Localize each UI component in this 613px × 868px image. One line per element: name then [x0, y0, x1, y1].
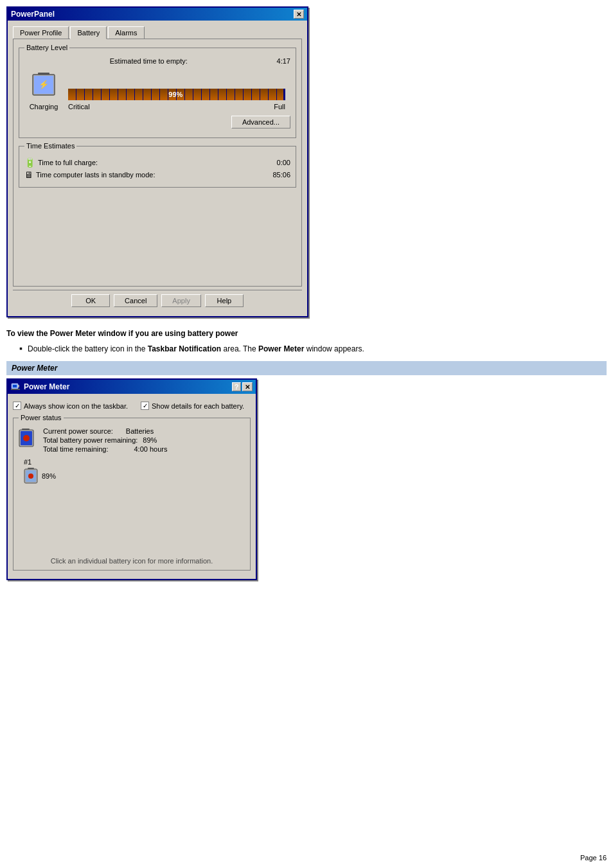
tab-bar: Power Profile Battery Alarms [13, 26, 302, 39]
help-icon[interactable]: ? [232, 382, 241, 391]
battery-1-row: #1 89% [24, 458, 245, 485]
instruction-section: To view the Power Meter window if you ar… [6, 329, 607, 355]
advanced-button[interactable]: Advanced... [231, 116, 290, 128]
bullet-text: Double-click the battery icon in the Tas… [28, 343, 364, 355]
bullet-item: ▪ Double-click the battery icon in the T… [19, 343, 607, 355]
total-time-label: Total time remaining: [43, 445, 109, 453]
powerpanel-content: Power Profile Battery Alarms Battery Lev… [8, 21, 307, 316]
tab-content: Battery Level Estimated time to empty: 4… [13, 39, 302, 287]
battery-1-pct: 89% [42, 472, 56, 480]
estimated-value: 4:17 [277, 57, 290, 65]
critical-label: Critical [68, 103, 90, 111]
time-standby-value: 85:06 [272, 171, 290, 179]
battery-1-info: 89% [24, 467, 245, 485]
current-source-label: Current power source: [43, 427, 113, 435]
time-standby-left: 🖥 Time computer lasts in standby mode: [24, 170, 155, 180]
checkboxes-row: ✓ Always show icon on the taskbar. ✓ Sho… [13, 399, 251, 412]
battery-bar-wrapper: 99% Critical Full [68, 86, 285, 111]
power-meter-titlebar: Power Meter ? ✕ [8, 380, 256, 394]
tab-alarms[interactable]: Alarms [108, 26, 144, 39]
power-status-label: Power status [19, 414, 64, 421]
spacer [19, 191, 296, 281]
bullet-dot: ▪ [19, 343, 22, 355]
svg-rect-5 [13, 385, 17, 387]
current-source-row: Current power source: Batteries [43, 427, 167, 435]
page-number: Page 16 [580, 854, 607, 862]
checkbox1-label: Always show icon on the taskbar. [24, 402, 128, 410]
time-full-value: 0:00 [277, 159, 290, 166]
total-time-row: Total time remaining: 4:00 hours [43, 445, 167, 453]
battery-bar: 99% [68, 89, 285, 100]
charging-icon: ⚡ [31, 70, 56, 103]
powerpanel-dialog: PowerPanel ✕ Power Profile Battery Alarm… [6, 6, 308, 317]
tab-power-profile[interactable]: Power Profile [13, 26, 69, 39]
advanced-btn-container: Advanced... [24, 116, 290, 128]
battery-level-group: Battery Level Estimated time to empty: 4… [19, 48, 296, 138]
checkbox1-row: ✓ Always show icon on the taskbar. [13, 402, 128, 410]
time-full-label: Time to full charge: [38, 159, 98, 166]
close-button[interactable]: ✕ [294, 10, 304, 19]
help-button[interactable]: Help [205, 294, 244, 307]
powerpanel-titlebar: PowerPanel ✕ [8, 8, 307, 21]
current-source-value: Batteries [126, 427, 154, 435]
power-meter-titlebar-left: Power Meter [11, 382, 69, 392]
svg-text:⚡: ⚡ [39, 79, 49, 90]
pm-window-controls: ? ✕ [232, 382, 253, 391]
dialog-buttons: OK Cancel Apply Help [13, 290, 302, 311]
power-meter-section: Power Meter Power Meter ? ✕ [6, 361, 607, 580]
time-estimates-group: Time Estimates 🔋 Time to full charge: 0:… [19, 146, 296, 188]
pm-bottom-text: Click an individual battery icon for mor… [19, 557, 245, 565]
power-meter-dialog: Power Meter ? ✕ ✓ Always show icon on th… [6, 378, 257, 580]
svg-point-11 [23, 435, 30, 441]
powerpanel-title: PowerPanel [11, 10, 55, 19]
cancel-button[interactable]: Cancel [114, 294, 157, 307]
time-full-icon: 🔋 [24, 157, 35, 168]
titlebar-left: PowerPanel [11, 10, 55, 19]
total-time-value: 4:00 hours [134, 445, 168, 453]
battery-1-icon[interactable] [24, 467, 39, 485]
time-standby-label: Time computer lasts in standby mode: [36, 171, 155, 179]
svg-rect-7 [11, 389, 20, 390]
pm-spacer [19, 488, 245, 552]
full-label: Full [274, 103, 285, 111]
power-source-icon [19, 427, 37, 452]
checkbox-show-details[interactable]: ✓ [141, 402, 149, 410]
time-estimates-label: Time Estimates [24, 142, 76, 150]
power-status-info: Current power source: Batteries Total ba… [43, 427, 167, 453]
checkbox2-label: Show details for each battery. [152, 402, 244, 410]
power-status-group: Power status Current [13, 418, 251, 571]
tab-battery[interactable]: Battery [70, 26, 107, 39]
pm-close-button[interactable]: ✕ [242, 382, 253, 391]
battery-bar-fill: 99% [68, 89, 283, 100]
estimated-label: Estimated time to empty: [110, 57, 188, 65]
power-meter-content: ✓ Always show icon on the taskbar. ✓ Sho… [8, 394, 256, 579]
svg-point-15 [28, 474, 33, 479]
checkbox-taskbar-icon[interactable]: ✓ [13, 402, 21, 410]
battery-num: #1 [24, 458, 245, 466]
battery-top-row: ⚡ Charging 99% [24, 70, 290, 111]
battery-percent: 99% [168, 91, 182, 98]
charging-label: Charging [30, 103, 58, 111]
time-standby-row: 🖥 Time computer lasts in standby mode: 8… [24, 170, 290, 180]
instruction-heading: To view the Power Meter window if you ar… [6, 329, 607, 338]
apply-button[interactable]: Apply [161, 294, 201, 307]
power-meter-title: Power Meter [24, 382, 69, 391]
power-status-content: Current power source: Batteries Total ba… [19, 427, 245, 453]
total-battery-row: Total battery power remaining: 89% [43, 436, 167, 444]
time-full-row: 🔋 Time to full charge: 0:00 [24, 157, 290, 168]
ok-button[interactable]: OK [71, 294, 110, 307]
time-full-left: 🔋 Time to full charge: [24, 157, 98, 168]
svg-rect-6 [18, 385, 19, 387]
time-standby-icon: 🖥 [24, 170, 33, 180]
battery-icon-area: ⚡ Charging [24, 70, 63, 111]
battery-level-label: Battery Level [24, 44, 69, 51]
total-battery-label: Total battery power remaining: [43, 436, 138, 444]
checkbox2-row: ✓ Show details for each battery. [141, 402, 244, 410]
estimated-row: Estimated time to empty: 4:17 [24, 57, 290, 65]
power-meter-section-header: Power Meter [6, 361, 607, 375]
power-meter-app-icon [11, 382, 21, 392]
battery-labels: Critical Full [68, 103, 285, 111]
total-battery-value: 89% [143, 436, 157, 444]
